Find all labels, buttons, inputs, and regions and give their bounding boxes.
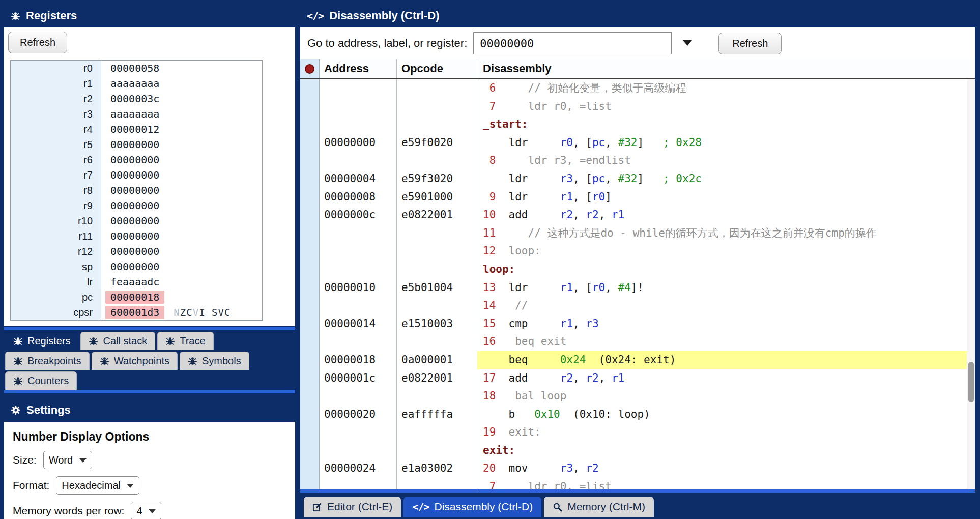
register-value-cell: 00000000 [101,244,262,259]
breakpoint-gutter[interactable] [300,242,320,261]
register-value[interactable]: 00000018 [105,291,164,304]
breakpoint-gutter[interactable] [300,261,320,279]
register-value[interactable]: 00000000 [105,245,164,258]
register-value[interactable]: aaaaaaaa [105,107,164,121]
register-value[interactable]: 00000000 [105,260,164,273]
memory-words-setting-row: Memory words per row: 4 [13,502,286,519]
register-value-cell: aaaaaaaa [101,106,262,122]
size-select-wrap: Word [43,451,92,469]
register-value[interactable]: 00000000 [105,184,164,197]
disassembly-tabs-splitter[interactable] [300,489,975,493]
right-column: </> Disassembly (Ctrl-D) Go to address, … [300,4,975,519]
breakpoint-gutter[interactable] [300,333,320,351]
disassembly-refresh-button[interactable]: Refresh [718,33,782,54]
register-value[interactable]: 00000000 [105,153,164,166]
register-value[interactable]: 00000058 [105,62,164,75]
breakpoint-gutter[interactable] [300,152,320,170]
disasm-token: ]! [631,281,644,294]
breakpoint-gutter[interactable] [300,134,320,152]
breakpoint-gutter[interactable] [300,170,320,188]
settings-panel-header: Settings [4,398,295,422]
breakpoint-dot-icon [305,64,314,74]
tab-label: Editor (Ctrl-E) [327,501,392,513]
address-cell [320,387,397,406]
goto-dropdown-button[interactable] [678,37,697,50]
tab-watchpoints[interactable]: Watchpoints [92,352,178,370]
tab-breakpoints[interactable]: Breakpoints [5,352,90,370]
register-value[interactable]: 0000003c [105,92,164,105]
disasm-token: 15 [483,318,509,330]
breakpoint-gutter[interactable] [300,442,320,460]
scrollbar-thumb[interactable] [968,362,974,402]
memory-words-label: Memory words per row: [13,505,124,517]
breakpoint-gutter[interactable] [300,279,320,297]
register-value[interactable]: 00000000 [105,138,164,151]
breakpoint-gutter[interactable] [300,423,320,442]
disassembly-cell: 14 // [477,297,967,315]
disassembly-cell: 11 // 这种方式是do - while的循环方式，因为在这之前并没有cmp的… [477,224,967,243]
register-row: r1100000000 [11,228,262,244]
tabs-settings-splitter[interactable] [4,390,295,393]
disassembly-scrollbar[interactable] [967,79,975,489]
tab-trace[interactable]: Trace [157,332,213,350]
breakpoint-gutter[interactable] [300,406,320,424]
disasm-token: ] [605,191,612,203]
breakpoint-gutter[interactable] [300,459,320,478]
tab-label: Call stack [103,335,147,347]
tab-registers[interactable]: Registers [5,332,78,350]
breakpoint-gutter[interactable] [300,188,320,207]
settings-panel: Settings Number Display Options Size: Wo… [4,398,295,519]
register-value[interactable]: aaaaaaaa [105,77,164,90]
disasm-token [560,408,573,420]
registers-tabs-splitter[interactable] [4,327,295,330]
breakpoint-gutter[interactable] [300,478,320,489]
register-value[interactable]: 00000012 [105,123,164,136]
breakpoint-gutter[interactable] [300,206,320,224]
register-value[interactable]: 00000000 [105,199,164,212]
tab-counters[interactable]: Counters [5,371,77,390]
register-value-cell: 600001d3NZCVI SVC [101,305,262,320]
register-row: cpsr600001d3NZCVI SVC [11,305,262,320]
disasm-token: // 初始化变量，类似于高级编程 [509,82,686,94]
tab-call-stack[interactable]: Call stack [80,332,155,350]
breakpoint-gutter[interactable] [300,224,320,243]
format-select-wrap: Hexadecimal [56,476,139,495]
bug-icon [13,336,23,346]
disassembly-cell: ldr r3, [pc, #32] ; 0x2c [477,170,967,188]
memory-words-select[interactable]: 4 [131,502,161,519]
opcode-cell: e0822001 [397,369,477,388]
breakpoint-gutter[interactable] [300,369,320,388]
disasm-token: 20 [483,462,509,474]
disassembly-cell: 19 exit: [477,423,967,442]
register-value[interactable]: 00000000 [105,214,164,227]
register-value[interactable]: 600001d3 [105,306,164,319]
disasm-token: 11 [483,227,509,239]
breakpoint-gutter[interactable] [300,79,320,98]
register-value[interactable]: feaaaadc [105,275,164,289]
breakpoint-gutter[interactable] [300,387,320,406]
tab-label: Registers [27,335,70,347]
breakpoint-gutter[interactable] [300,351,320,369]
tab-disassembly-ctrl-d[interactable]: </>Disassembly (Ctrl-D) [403,497,541,517]
breakpoint-gutter[interactable] [300,98,320,116]
tab-memory-ctrl-m[interactable]: Memory (Ctrl-M) [544,497,654,517]
breakpoint-gutter[interactable] [300,315,320,333]
registers-refresh-button[interactable]: Refresh [8,32,67,53]
register-value[interactable]: 00000000 [105,229,164,243]
disasm-token: 0x10 [534,408,560,420]
breakpoint-gutter[interactable] [300,116,320,134]
register-name: r2 [11,91,101,106]
bug-icon [13,376,23,386]
goto-label: Go to address, label, or register: [307,37,467,50]
goto-address-input[interactable] [473,32,672,54]
tab-editor-ctrl-e[interactable]: Editor (Ctrl-E) [304,497,401,517]
disasm-token: r0 [560,136,573,149]
breakpoint-gutter[interactable] [300,297,320,315]
register-value[interactable]: 00000000 [105,168,164,182]
register-row: r700000000 [11,167,262,183]
tab-symbols[interactable]: Symbols [180,352,249,370]
address-cell: 00000024 [320,459,397,478]
disasm-row: 000000180a000001 beq 0x24 (0x24: exit) [300,351,967,369]
disasm-token: #4 [618,281,631,294]
tab-label: Trace [180,335,205,347]
